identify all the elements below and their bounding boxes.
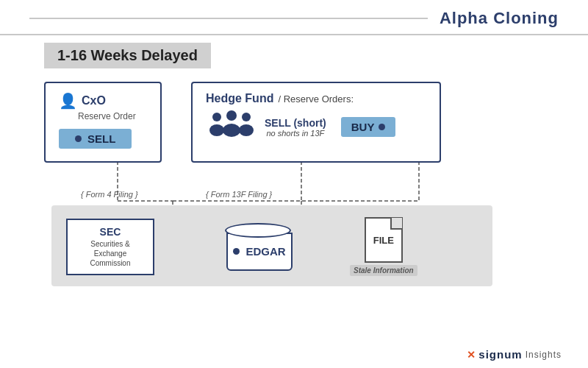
cxo-sell-label: SELL	[87, 132, 115, 145]
footer: ✕ signum Insights	[467, 348, 562, 361]
sec-area: SEC Securities & Exchange Commission EDG…	[51, 205, 492, 286]
hedge-fund-bottom: SELL (short) no shorts in 13F BUY	[206, 110, 426, 144]
svg-point-20	[242, 113, 251, 121]
edgar-label: EDGAR	[245, 245, 285, 258]
edgar-cylinder-body: EDGAR	[226, 233, 293, 271]
edgar-cylinder-top	[225, 223, 291, 238]
svg-point-19	[223, 124, 240, 137]
sell-short-sub: no shorts in 13F	[266, 129, 324, 138]
people-icon	[206, 110, 257, 144]
cxo-box: 👤 CxO Reserve Order SELL	[44, 82, 162, 163]
hedge-fund-box: Hedge Fund / Reserve Orders:	[191, 82, 441, 163]
file-icon: FILE	[365, 217, 403, 263]
page-title: Alpha Cloning	[440, 9, 559, 28]
svg-point-18	[226, 110, 237, 121]
sell-short-box: SELL (short) no shorts in 13F	[265, 117, 326, 138]
sell-short-label: SELL (short)	[265, 117, 326, 129]
buy-dot	[379, 124, 385, 130]
hedge-fund-header: Hedge Fund / Reserve Orders:	[206, 92, 426, 105]
arrow-spacer	[44, 163, 559, 205]
edgar-label-container: EDGAR	[233, 245, 285, 258]
cxo-sell-button[interactable]: SELL	[59, 129, 132, 149]
footer-x-icon: ✕	[467, 349, 476, 361]
footer-insights: Insights	[526, 350, 562, 360]
svg-point-16	[212, 113, 221, 121]
hedge-fund-title: Hedge Fund	[206, 92, 273, 105]
edgar-box: EDGAR	[219, 221, 300, 272]
svg-point-17	[209, 124, 224, 136]
cxo-subtitle: Reserve Order	[78, 111, 136, 121]
cxo-title: CxO	[82, 94, 106, 107]
footer-signum: signum	[478, 348, 522, 361]
file-area: FILE Stale Information	[350, 217, 417, 276]
edgar-dot	[233, 248, 240, 255]
hedge-fund-subtitle: / Reserve Orders:	[278, 93, 354, 105]
weeks-badge: 1-16 Weeks Delayed	[44, 43, 211, 68]
sec-title: SEC	[78, 226, 143, 238]
sec-subtitle: Securities & Exchange Commission	[78, 239, 143, 268]
stale-label: Stale Information	[350, 265, 417, 276]
sell-dot	[75, 135, 82, 142]
buy-label: BUY	[351, 121, 375, 133]
hedge-buy-button[interactable]: BUY	[341, 117, 396, 137]
person-icon: 👤	[59, 92, 77, 110]
actors-row: 👤 CxO Reserve Order SELL Hedge Fund / Re…	[44, 82, 559, 163]
file-label: FILE	[373, 235, 394, 246]
header-line	[29, 18, 428, 19]
header: Alpha Cloning	[0, 0, 588, 35]
svg-point-21	[239, 124, 254, 136]
diagram-container: { Form 4 Filing } { Form 13F Filing }	[44, 82, 559, 286]
sec-box: SEC Securities & Exchange Commission	[66, 219, 154, 275]
cxo-label: 👤 CxO	[59, 92, 106, 110]
main-content: 1-16 Weeks Delayed { Form 4 Filing } { F…	[0, 43, 588, 286]
